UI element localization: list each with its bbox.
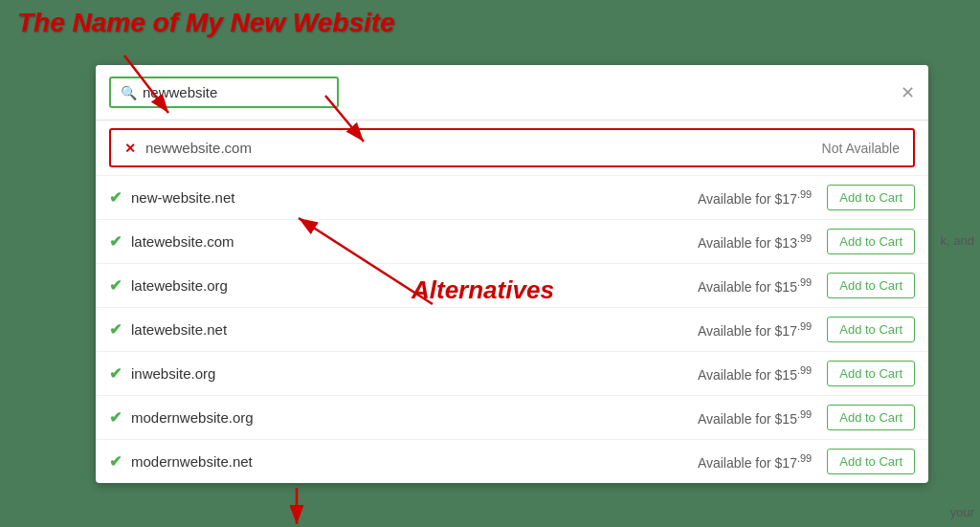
add-to-cart-button[interactable]: Add to Cart (827, 229, 915, 254)
add-to-cart-button[interactable]: Add to Cart (827, 405, 915, 430)
domain-row: ✔latewebsite.orgAvailable for $15.99Add … (96, 264, 928, 308)
domain-name: inwebsite.org (131, 365, 698, 382)
domain-price: Available for $15.99 (698, 276, 812, 295)
domain-price: Available for $13.99 (698, 232, 812, 251)
domain-row: ✔inwebsite.orgAvailable for $15.99Add to… (96, 352, 928, 396)
check-icon: ✔ (109, 232, 122, 251)
x-icon: ✕ (124, 141, 136, 156)
unavailable-domain: newwebsite.com (145, 140, 822, 156)
domain-name: latewebsite.org (131, 277, 698, 294)
check-icon: ✔ (109, 188, 122, 207)
side-text-your: your (950, 505, 974, 519)
add-to-cart-button[interactable]: Add to Cart (827, 317, 915, 342)
add-to-cart-button[interactable]: Add to Cart (827, 361, 915, 386)
add-to-cart-button[interactable]: Add to Cart (827, 273, 915, 298)
add-to-cart-button[interactable]: Add to Cart (827, 185, 915, 210)
not-available-label: Not Available (822, 141, 900, 156)
search-input[interactable] (143, 84, 315, 100)
domain-row: ✔modernwebsite.orgAvailable for $15.99Ad… (96, 396, 928, 440)
add-to-cart-button[interactable]: Add to Cart (827, 449, 915, 474)
page-title: The Name of My New Website (17, 8, 395, 38)
domain-price: Available for $15.99 (698, 408, 812, 427)
domain-price: Available for $17.99 (698, 188, 812, 207)
check-icon: ✔ (109, 276, 122, 295)
check-icon: ✔ (109, 320, 122, 339)
domain-name: new-website.net (131, 189, 698, 206)
domain-price: Available for $17.99 (698, 320, 812, 339)
search-icon: 🔍 (121, 85, 137, 100)
check-icon: ✔ (109, 408, 122, 427)
domain-price: Available for $17.99 (698, 452, 812, 471)
domain-row: ✔modernwebsite.netAvailable for $17.99Ad… (96, 440, 928, 483)
domain-row: ✔latewebsite.netAvailable for $17.99Add … (96, 308, 928, 352)
not-available-row: ✕ newwebsite.com Not Available (109, 128, 915, 167)
check-icon: ✔ (109, 364, 122, 383)
search-bar-area: 🔍 ✕ (96, 65, 928, 121)
domain-row: ✔new-website.netAvailable for $17.99Add … (96, 176, 928, 220)
domain-name: latewebsite.com (131, 233, 698, 250)
domain-name: modernwebsite.org (131, 409, 698, 426)
close-button[interactable]: ✕ (901, 82, 915, 103)
domain-name: latewebsite.net (131, 321, 698, 338)
domain-price: Available for $15.99 (698, 364, 812, 383)
main-panel: 🔍 ✕ ✕ newwebsite.com Not Available ✔new-… (96, 65, 928, 483)
domain-row: ✔latewebsite.comAvailable for $13.99Add … (96, 220, 928, 264)
check-icon: ✔ (109, 452, 122, 471)
search-box: 🔍 (109, 77, 339, 108)
domain-name: modernwebsite.net (131, 453, 698, 470)
domain-list: ✔new-website.netAvailable for $17.99Add … (96, 175, 928, 483)
side-text-k: k, and (941, 233, 974, 248)
